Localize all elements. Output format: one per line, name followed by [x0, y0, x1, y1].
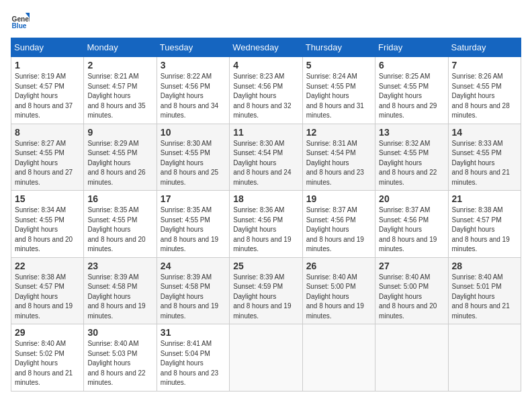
day-info: Sunrise: 8:24 AMSunset: 4:55 PMDaylight … [306, 73, 364, 119]
day-number: 19 [306, 193, 371, 204]
calendar-day-cell: 18 Sunrise: 8:36 AMSunset: 4:56 PMDaylig… [230, 191, 302, 258]
calendar-header-sunday: Sunday [11, 38, 84, 57]
day-info: Sunrise: 8:37 AMSunset: 4:56 PMDaylight … [306, 206, 364, 253]
calendar-day-cell: 5 Sunrise: 8:24 AMSunset: 4:55 PMDayligh… [302, 57, 375, 124]
day-number: 20 [379, 193, 444, 204]
day-number: 12 [306, 127, 371, 138]
calendar-day-cell: 15 Sunrise: 8:34 AMSunset: 4:55 PMDaylig… [11, 191, 84, 258]
day-number: 31 [161, 327, 226, 338]
calendar-day-cell: 23 Sunrise: 8:39 AMSunset: 4:58 PMDaylig… [84, 257, 157, 324]
calendar-week-row: 22 Sunrise: 8:38 AMSunset: 4:57 PMDaylig… [11, 257, 521, 324]
calendar-week-row: 29 Sunrise: 8:40 AMSunset: 5:02 PMDaylig… [11, 324, 521, 392]
calendar-day-cell [375, 324, 448, 392]
day-info: Sunrise: 8:35 AMSunset: 4:55 PMDaylight … [161, 206, 218, 253]
calendar-day-cell: 22 Sunrise: 8:38 AMSunset: 4:57 PMDaylig… [11, 257, 84, 324]
day-number: 18 [233, 193, 298, 204]
day-info: Sunrise: 8:30 AMSunset: 4:54 PMDaylight … [233, 140, 291, 186]
calendar-day-cell: 11 Sunrise: 8:30 AMSunset: 4:54 PMDaylig… [230, 124, 302, 191]
logo: General Blue [11, 11, 30, 30]
day-info: Sunrise: 8:36 AMSunset: 4:56 PMDaylight … [233, 206, 291, 253]
day-info: Sunrise: 8:25 AMSunset: 4:55 PMDaylight … [379, 73, 437, 119]
calendar-table: SundayMondayTuesdayWednesdayThursdayFrid… [11, 38, 521, 392]
calendar-day-cell: 8 Sunrise: 8:27 AMSunset: 4:55 PMDayligh… [11, 124, 84, 191]
calendar-day-cell: 26 Sunrise: 8:40 AMSunset: 5:00 PMDaylig… [302, 257, 375, 324]
calendar-day-cell: 13 Sunrise: 8:32 AMSunset: 4:55 PMDaylig… [375, 124, 448, 191]
calendar-day-cell: 31 Sunrise: 8:41 AMSunset: 5:04 PMDaylig… [157, 324, 229, 392]
calendar-header-saturday: Saturday [448, 38, 521, 57]
calendar-day-cell: 7 Sunrise: 8:26 AMSunset: 4:55 PMDayligh… [448, 57, 521, 124]
day-number: 21 [452, 193, 517, 204]
calendar-day-cell: 29 Sunrise: 8:40 AMSunset: 5:02 PMDaylig… [11, 324, 84, 392]
calendar-day-cell [448, 324, 521, 392]
day-info: Sunrise: 8:40 AMSunset: 5:02 PMDaylight … [15, 340, 73, 386]
calendar-day-cell: 4 Sunrise: 8:23 AMSunset: 4:56 PMDayligh… [230, 57, 302, 124]
day-info: Sunrise: 8:35 AMSunset: 4:55 PMDaylight … [87, 206, 145, 253]
day-info: Sunrise: 8:33 AMSunset: 4:55 PMDaylight … [452, 140, 510, 186]
calendar-day-cell [302, 324, 375, 392]
day-number: 6 [379, 60, 444, 71]
calendar-header-monday: Monday [84, 38, 157, 57]
day-number: 28 [452, 261, 517, 271]
day-number: 27 [379, 261, 444, 271]
calendar-header-wednesday: Wednesday [230, 38, 302, 57]
day-info: Sunrise: 8:21 AMSunset: 4:57 PMDaylight … [87, 73, 145, 119]
calendar-day-cell: 17 Sunrise: 8:35 AMSunset: 4:55 PMDaylig… [157, 191, 229, 258]
logo-icon: General Blue [11, 11, 30, 30]
day-number: 16 [87, 193, 152, 204]
day-info: Sunrise: 8:19 AMSunset: 4:57 PMDaylight … [15, 73, 73, 119]
calendar-header-thursday: Thursday [302, 38, 375, 57]
day-number: 14 [452, 127, 517, 138]
calendar-day-cell [230, 324, 302, 392]
calendar-week-row: 15 Sunrise: 8:34 AMSunset: 4:55 PMDaylig… [11, 191, 521, 258]
day-info: Sunrise: 8:23 AMSunset: 4:56 PMDaylight … [233, 73, 291, 119]
day-number: 7 [452, 60, 517, 71]
day-info: Sunrise: 8:39 AMSunset: 4:58 PMDaylight … [161, 273, 218, 320]
day-info: Sunrise: 8:26 AMSunset: 4:55 PMDaylight … [452, 73, 510, 119]
day-number: 5 [306, 60, 371, 71]
day-number: 9 [87, 127, 152, 138]
page-header: General Blue [11, 11, 521, 30]
calendar-day-cell: 14 Sunrise: 8:33 AMSunset: 4:55 PMDaylig… [448, 124, 521, 191]
day-info: Sunrise: 8:34 AMSunset: 4:55 PMDaylight … [15, 206, 73, 253]
day-info: Sunrise: 8:31 AMSunset: 4:54 PMDaylight … [306, 140, 364, 186]
day-info: Sunrise: 8:32 AMSunset: 4:55 PMDaylight … [379, 140, 437, 186]
day-number: 4 [233, 60, 298, 71]
day-info: Sunrise: 8:40 AMSunset: 5:00 PMDaylight … [306, 273, 364, 320]
day-number: 3 [161, 60, 226, 71]
calendar-day-cell: 2 Sunrise: 8:21 AMSunset: 4:57 PMDayligh… [84, 57, 157, 124]
calendar-day-cell: 28 Sunrise: 8:40 AMSunset: 5:01 PMDaylig… [448, 257, 521, 324]
calendar-week-row: 8 Sunrise: 8:27 AMSunset: 4:55 PMDayligh… [11, 124, 521, 191]
svg-text:Blue: Blue [12, 22, 27, 30]
calendar-day-cell: 27 Sunrise: 8:40 AMSunset: 5:00 PMDaylig… [375, 257, 448, 324]
calendar-header-tuesday: Tuesday [157, 38, 229, 57]
day-number: 25 [233, 261, 298, 271]
calendar-week-row: 1 Sunrise: 8:19 AMSunset: 4:57 PMDayligh… [11, 57, 521, 124]
day-number: 1 [15, 60, 80, 71]
day-number: 29 [15, 327, 80, 338]
day-number: 23 [87, 261, 152, 271]
calendar-header-friday: Friday [375, 38, 448, 57]
calendar-day-cell: 3 Sunrise: 8:22 AMSunset: 4:56 PMDayligh… [157, 57, 229, 124]
calendar-day-cell: 6 Sunrise: 8:25 AMSunset: 4:55 PMDayligh… [375, 57, 448, 124]
day-info: Sunrise: 8:27 AMSunset: 4:55 PMDaylight … [15, 140, 73, 186]
day-info: Sunrise: 8:38 AMSunset: 4:57 PMDaylight … [15, 273, 73, 320]
day-info: Sunrise: 8:30 AMSunset: 4:55 PMDaylight … [161, 140, 218, 186]
calendar-day-cell: 16 Sunrise: 8:35 AMSunset: 4:55 PMDaylig… [84, 191, 157, 258]
calendar-day-cell: 30 Sunrise: 8:40 AMSunset: 5:03 PMDaylig… [84, 324, 157, 392]
calendar-day-cell: 25 Sunrise: 8:39 AMSunset: 4:59 PMDaylig… [230, 257, 302, 324]
calendar-day-cell: 9 Sunrise: 8:29 AMSunset: 4:55 PMDayligh… [84, 124, 157, 191]
day-info: Sunrise: 8:39 AMSunset: 4:58 PMDaylight … [87, 273, 145, 320]
day-info: Sunrise: 8:39 AMSunset: 4:59 PMDaylight … [233, 273, 291, 320]
day-number: 17 [161, 193, 226, 204]
day-number: 15 [15, 193, 80, 204]
day-info: Sunrise: 8:38 AMSunset: 4:57 PMDaylight … [452, 206, 510, 253]
day-number: 26 [306, 261, 371, 271]
day-info: Sunrise: 8:22 AMSunset: 4:56 PMDaylight … [161, 73, 218, 119]
day-info: Sunrise: 8:29 AMSunset: 4:55 PMDaylight … [87, 140, 145, 186]
day-info: Sunrise: 8:40 AMSunset: 5:01 PMDaylight … [452, 273, 510, 320]
calendar-day-cell: 1 Sunrise: 8:19 AMSunset: 4:57 PMDayligh… [11, 57, 84, 124]
calendar-day-cell: 21 Sunrise: 8:38 AMSunset: 4:57 PMDaylig… [448, 191, 521, 258]
day-number: 13 [379, 127, 444, 138]
day-info: Sunrise: 8:37 AMSunset: 4:56 PMDaylight … [379, 206, 437, 253]
calendar-day-cell: 12 Sunrise: 8:31 AMSunset: 4:54 PMDaylig… [302, 124, 375, 191]
